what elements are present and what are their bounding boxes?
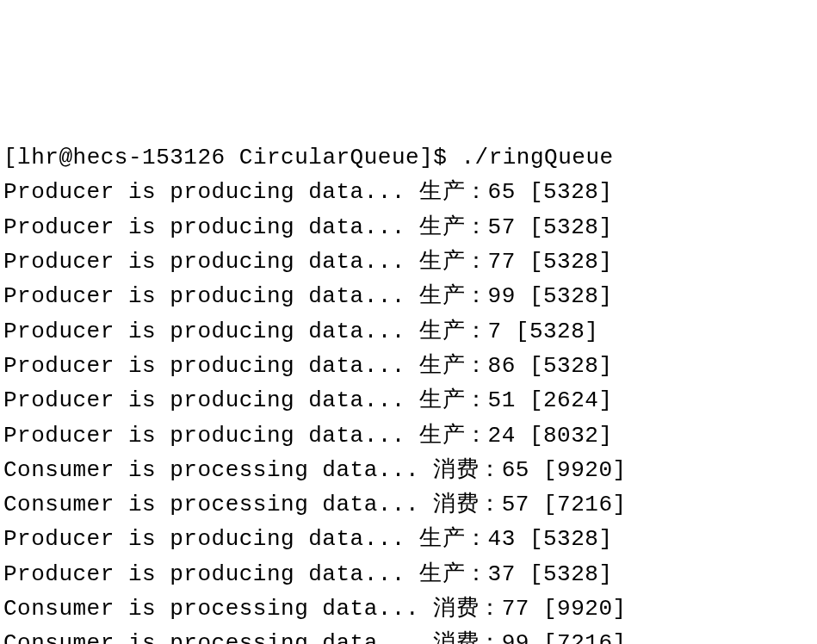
prompt-host: hecs-153126 [73, 145, 226, 170]
line-label: 消费： [433, 492, 502, 517]
output-line: Producer is producing data... 生产：77 [532… [3, 245, 814, 279]
line-prefix: Consumer is processing data... [3, 596, 433, 622]
output-line: Consumer is processing data... 消费：99 [72… [3, 626, 814, 644]
line-value: 65 [488, 179, 516, 205]
output-line: Producer is producing data... 生产：86 [532… [3, 349, 814, 383]
output-line: Producer is producing data... 生产：24 [803… [3, 418, 814, 453]
output-line: Consumer is processing data... 消费：65 [99… [3, 453, 814, 487]
output-line: Consumer is processing data... 消费：57 [72… [3, 487, 814, 522]
output-line: Producer is producing data... 生产：37 [532… [3, 557, 814, 591]
terminal-output: [lhr@hecs-153126 CircularQueue]$ ./ringQ… [3, 140, 814, 644]
line-prefix: Consumer is processing data... [3, 630, 433, 644]
line-value: 57 [502, 492, 529, 517]
line-value: 43 [488, 526, 516, 552]
output-line: Producer is producing data... 生产：99 [532… [3, 279, 814, 313]
line-prefix: Producer is producing data... [3, 319, 419, 344]
prompt-command: ./ringQueue [461, 145, 613, 170]
line-pid: [7216] [529, 492, 627, 517]
line-label: 生产： [419, 561, 488, 587]
line-prefix: Producer is producing data... [3, 387, 419, 413]
line-value: 24 [488, 423, 516, 449]
line-label: 生产： [419, 179, 488, 205]
line-value: 7 [488, 319, 502, 344]
line-prefix: Producer is producing data... [3, 249, 419, 275]
line-prefix: Producer is producing data... [3, 353, 419, 379]
line-pid: [2624] [516, 387, 613, 413]
line-value: 77 [488, 249, 516, 275]
line-value: 86 [488, 353, 516, 379]
line-label: 生产： [419, 387, 488, 413]
line-label: 生产： [419, 526, 488, 552]
line-pid: [5328] [516, 214, 613, 240]
line-pid: [5328] [516, 283, 613, 309]
prompt-directory: CircularQueue [239, 145, 419, 170]
prompt-symbol: $ [433, 145, 447, 170]
line-label: 消费： [433, 596, 502, 622]
line-pid: [5328] [516, 353, 613, 379]
line-label: 生产： [419, 423, 488, 449]
line-value: 51 [488, 387, 516, 413]
line-prefix: Producer is producing data... [3, 214, 419, 240]
line-pid: [5328] [516, 561, 613, 587]
line-value: 37 [488, 561, 516, 587]
line-pid: [9920] [529, 596, 627, 622]
line-value: 65 [502, 457, 529, 483]
line-prefix: Producer is producing data... [3, 283, 419, 309]
output-lines: Producer is producing data... 生产：65 [532… [3, 175, 814, 644]
line-label: 生产： [419, 283, 488, 309]
line-pid: [5328] [502, 319, 599, 344]
line-prefix: Consumer is processing data... [3, 492, 433, 517]
line-prefix: Producer is producing data... [3, 423, 419, 449]
line-label: 生产： [419, 319, 488, 344]
line-value: 77 [502, 596, 529, 622]
output-line: Producer is producing data... 生产：51 [262… [3, 383, 814, 418]
output-line: Producer is producing data... 生产：57 [532… [3, 210, 814, 245]
line-label: 消费： [433, 457, 502, 483]
line-pid: [7216] [529, 630, 627, 644]
line-value: 99 [502, 630, 529, 644]
line-prefix: Producer is producing data... [3, 561, 419, 587]
output-line: Producer is producing data... 生产：7 [5328… [3, 314, 814, 349]
line-label: 生产： [419, 249, 488, 275]
line-pid: [8032] [516, 423, 613, 449]
shell-prompt: [lhr@hecs-153126 CircularQueue]$ ./ringQ… [3, 140, 814, 175]
output-line: Producer is producing data... 生产：65 [532… [3, 175, 814, 209]
line-pid: [9920] [529, 457, 627, 483]
output-line: Consumer is processing data... 消费：77 [99… [3, 591, 814, 626]
line-label: 消费： [433, 630, 502, 644]
line-prefix: Producer is producing data... [3, 526, 419, 552]
line-value: 99 [488, 283, 516, 309]
line-pid: [5328] [516, 179, 613, 205]
line-label: 生产： [419, 353, 488, 379]
line-label: 生产： [419, 214, 488, 240]
output-line: Producer is producing data... 生产：43 [532… [3, 522, 814, 556]
line-prefix: Consumer is processing data... [3, 457, 433, 483]
line-pid: [5328] [516, 526, 613, 552]
line-value: 57 [488, 214, 516, 240]
line-prefix: Producer is producing data... [3, 179, 419, 205]
line-pid: [5328] [516, 249, 613, 275]
prompt-user: lhr [17, 145, 59, 170]
